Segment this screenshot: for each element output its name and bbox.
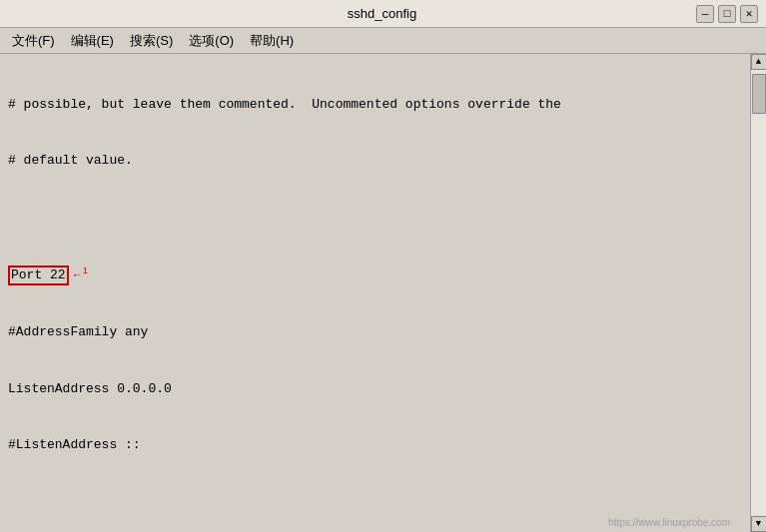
editor[interactable]: # possible, but leave them commented. Un… xyxy=(0,54,750,532)
menu-options[interactable]: 选项(O) xyxy=(181,30,242,52)
menubar: 文件(F) 编辑(E) 搜索(S) 选项(O) 帮助(H) xyxy=(0,28,766,54)
watermark: https://www.linuxprobe.com xyxy=(608,517,730,528)
close-button[interactable]: ✕ xyxy=(740,5,758,23)
scrollbar[interactable]: ▲ ▼ xyxy=(750,54,766,532)
annotation-1: ←1 xyxy=(69,268,88,280)
menu-search[interactable]: 搜索(S) xyxy=(122,30,181,52)
line-8 xyxy=(8,493,742,512)
line-5: #AddressFamily any xyxy=(8,323,742,342)
scroll-track[interactable] xyxy=(751,70,767,516)
line-2: # default value. xyxy=(8,152,742,171)
line-4: Port 22 ←1 xyxy=(8,266,742,286)
maximize-button[interactable]: □ xyxy=(718,5,736,23)
line-3 xyxy=(8,209,742,228)
scroll-thumb[interactable] xyxy=(752,74,766,114)
minimize-button[interactable]: — xyxy=(696,5,714,23)
scroll-up-button[interactable]: ▲ xyxy=(751,54,767,70)
titlebar: sshd_config — □ ✕ xyxy=(0,0,766,28)
highlight-port: Port 22 xyxy=(8,266,69,285)
window-title: sshd_config xyxy=(68,6,696,21)
line-7: #ListenAddress :: xyxy=(8,436,742,455)
scroll-down-button[interactable]: ▼ xyxy=(751,516,767,532)
menu-help[interactable]: 帮助(H) xyxy=(242,30,302,52)
line-6: ListenAddress 0.0.0.0 xyxy=(8,380,742,399)
window-controls: — □ ✕ xyxy=(696,5,758,23)
menu-edit[interactable]: 编辑(E) xyxy=(63,30,122,52)
main-container: # possible, but leave them commented. Un… xyxy=(0,54,766,532)
menu-file[interactable]: 文件(F) xyxy=(4,30,63,52)
editor-content: # possible, but leave them commented. Un… xyxy=(8,58,742,532)
line-1: # possible, but leave them commented. Un… xyxy=(8,96,742,115)
